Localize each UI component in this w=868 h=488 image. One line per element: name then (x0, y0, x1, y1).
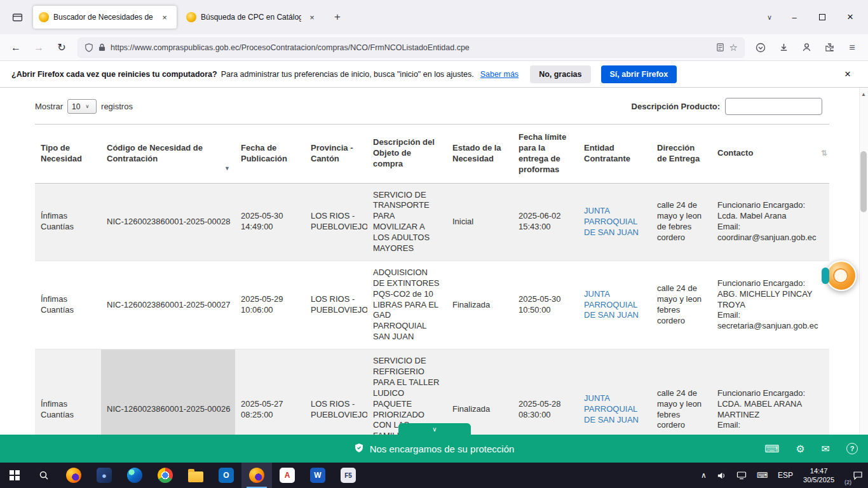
taskbar-app-edge[interactable] (119, 463, 150, 488)
address-bar[interactable]: https://www.compraspublicas.gob.ec/Proce… (78, 37, 745, 58)
scrollbar-thumb[interactable] (860, 151, 867, 212)
outlook-icon: O (219, 468, 234, 483)
account-icon[interactable] (796, 37, 817, 58)
settings-gear-icon[interactable]: ⚙ (796, 443, 804, 455)
start-button[interactable] (0, 463, 29, 488)
taskbar-app-firefox[interactable] (58, 463, 89, 488)
header-estado[interactable]: Estado de la Necesidad (447, 125, 513, 184)
learn-more-link[interactable]: Saber más (480, 70, 519, 79)
bookmark-star-icon[interactable]: ☆ (729, 42, 738, 53)
header-codigo[interactable]: Código de Necesidad de Contratación▼ (101, 125, 235, 184)
tab-close-icon[interactable]: × (158, 11, 171, 24)
cell-fecha-limite: 2025-05-30 10:50:00 (513, 261, 578, 349)
browser-toolbar: ← → ↻ https://www.compraspublicas.gob.ec… (0, 34, 868, 61)
cell-fecha-publicacion: 2025-05-29 10:06:00 (235, 261, 305, 349)
reload-button[interactable]: ↻ (51, 37, 72, 58)
taskbar-app-word[interactable]: W (302, 463, 333, 488)
protection-text: Nos encargamos de su protección (370, 444, 515, 454)
tab-title: Buscador de Necesidades de Co (53, 13, 154, 22)
header-descripcion[interactable]: Descripción del Objeto de compra (367, 125, 447, 184)
tab-close-icon[interactable]: × (306, 11, 318, 24)
shield-check-icon (354, 443, 364, 455)
cell-entidad: JUNTA PARROQUIAL DE SAN JUAN (578, 349, 651, 435)
reader-mode-icon[interactable] (716, 43, 724, 51)
tray-hidden-icons-chevron[interactable]: ∧ (696, 463, 712, 488)
taskbar-app-f5[interactable]: F5 (333, 463, 363, 488)
sort-desc-icon: ▼ (224, 165, 230, 173)
taskbar-app-acrobat[interactable]: A (272, 463, 302, 488)
edge-icon (127, 468, 142, 483)
list-tabs-chevron-icon[interactable]: ∨ (759, 8, 780, 27)
extensions-puzzle-icon[interactable] (818, 37, 840, 58)
firefox-icon (249, 468, 264, 483)
window-maximize-button[interactable] (808, 4, 836, 30)
keyboard-icon[interactable]: ⌨ (764, 443, 779, 455)
firefox-view-icon[interactable] (8, 8, 27, 27)
cell-descripcion: ADQUISICION DE EXTINTORES PQS-CO2 de 10 … (367, 261, 447, 349)
decline-button[interactable]: No, gracias (530, 65, 590, 83)
cell-fecha-publicacion: 2025-05-27 08:25:00 (235, 349, 305, 435)
taskbar-app-firefox-active[interactable] (241, 463, 272, 488)
avast-extension-icon[interactable] (750, 37, 771, 58)
menu-icon[interactable]: ≡ (841, 37, 863, 58)
volume-icon[interactable] (712, 463, 731, 488)
back-button[interactable]: ← (5, 37, 27, 58)
window-minimize-button[interactable]: – (780, 4, 808, 30)
chevron-down-icon: ∨ (85, 104, 89, 109)
table-row: Ínfimas Cuantías NIC-1260023860001-2025-… (35, 261, 829, 349)
taskbar-app-pinned[interactable]: ● (89, 463, 119, 488)
taskbar-app-file-explorer[interactable] (180, 463, 211, 488)
page-scrollbar[interactable]: ▲ (859, 88, 868, 435)
avast-floating-widget[interactable] (826, 261, 857, 291)
accept-open-firefox-button[interactable]: Sí, abrir Firefox (601, 65, 677, 83)
language-indicator[interactable]: ESP (773, 463, 798, 488)
cell-entidad: JUNTA PARROQUIAL DE SAN JUAN (578, 183, 651, 261)
notification-count-badge: (2) (844, 479, 851, 488)
cell-codigo: NIC-1260023860001-2025-00028 (101, 183, 235, 261)
table-header-row: Tipo de Necesidad Código de Necesidad de… (35, 125, 829, 184)
new-tab-button[interactable]: + (328, 8, 347, 27)
header-fecha-limite[interactable]: Fecha límite para la entrega de proforma… (513, 125, 578, 184)
window-close-button[interactable]: × (836, 4, 864, 30)
notification-close-icon[interactable]: × (839, 65, 857, 83)
expand-dropdown-button[interactable]: ∨ (398, 423, 471, 435)
entidad-link[interactable]: JUNTA PARROQUIAL DE SAN JUAN (584, 393, 639, 424)
tab-buscador-necesidades[interactable]: Buscador de Necesidades de Co × (33, 6, 177, 29)
entidad-link[interactable]: JUNTA PARROQUIAL DE SAN JUAN (584, 289, 639, 320)
cell-tipo: Ínfimas Cuantías (35, 261, 101, 349)
pinned-app-icon: ● (97, 468, 112, 483)
records-per-page-select[interactable]: 10 ∨ (67, 99, 97, 114)
header-provincia[interactable]: Provincia - Cantón (305, 125, 367, 184)
sercop-favicon (186, 12, 196, 22)
tracking-protection-shield-icon[interactable] (85, 43, 93, 52)
tab-title: Búsqueda de CPC en Catálogo I (201, 13, 301, 22)
header-entidad[interactable]: Entidad Contratante (578, 125, 651, 184)
descripcion-producto-input[interactable] (725, 98, 822, 115)
clock[interactable]: 14:47 30/5/2025 (798, 463, 839, 488)
ime-keyboard-icon[interactable]: ⌨ (752, 463, 773, 488)
page-content: Mostrar 10 ∨ registros Descripción Produ… (0, 88, 868, 435)
header-direccion[interactable]: Dirección de Entrega (651, 125, 712, 184)
lock-icon[interactable] (98, 43, 105, 51)
header-tipo[interactable]: Tipo de Necesidad (35, 125, 101, 184)
sort-both-icon: ⇅ (821, 149, 827, 159)
table-row: Ínfimas Cuantías NIC-1260023860001-2025-… (35, 183, 829, 261)
network-icon[interactable] (731, 463, 752, 488)
filter-label: Descripción Producto: (632, 102, 720, 111)
entidad-link[interactable]: JUNTA PARROQUIAL DE SAN JUAN (584, 206, 639, 237)
taskbar-app-outlook[interactable]: O (211, 463, 241, 488)
scroll-up-arrow-icon[interactable]: ▲ (860, 92, 867, 97)
acrobat-icon: A (280, 468, 295, 483)
word-icon: W (310, 468, 325, 483)
search-icon[interactable] (29, 463, 58, 488)
header-fecha-publicacion[interactable]: Fecha de Publicación (235, 125, 305, 184)
cell-provincia: LOS RIOS - PUEBLOVIEJO (305, 261, 367, 349)
header-contacto[interactable]: Contacto⇅ (712, 125, 829, 184)
help-icon[interactable]: ? (846, 443, 858, 454)
downloads-icon[interactable] (773, 37, 794, 58)
mail-icon[interactable]: ✉ (822, 443, 830, 455)
cell-entidad: JUNTA PARROQUIAL DE SAN JUAN (578, 261, 651, 349)
notifications-button[interactable]: (2) (839, 463, 868, 488)
taskbar-app-chrome[interactable] (150, 463, 180, 488)
tab-busqueda-cpc[interactable]: Búsqueda de CPC en Catálogo I × (180, 6, 324, 29)
